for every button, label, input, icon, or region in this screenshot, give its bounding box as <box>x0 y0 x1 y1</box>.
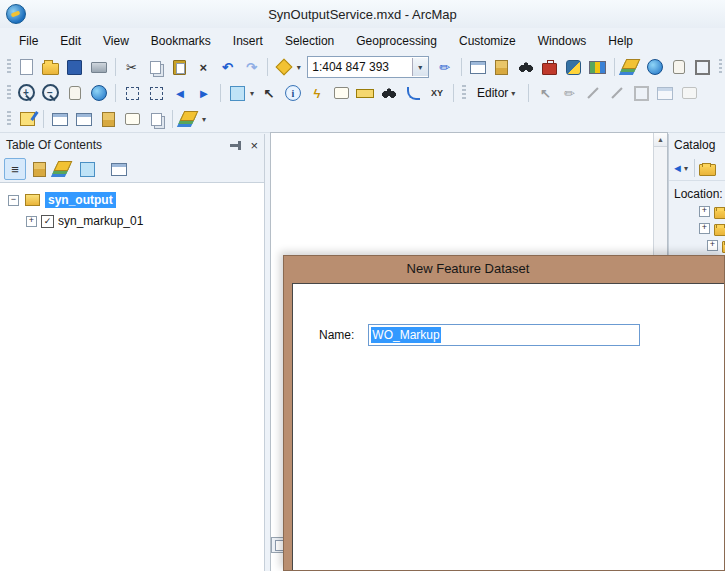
html-popup-icon[interactable] <box>330 82 352 104</box>
catalog-window-icon[interactable] <box>491 56 513 78</box>
name-input[interactable]: WO_Markup <box>368 324 640 346</box>
menu-file[interactable]: File <box>8 30 49 52</box>
catalog-tree-icon[interactable] <box>97 108 119 130</box>
select-elements-icon[interactable]: ↖ <box>258 82 280 104</box>
paste-icon[interactable] <box>168 56 190 78</box>
menu-selection[interactable]: Selection <box>274 30 345 52</box>
table-of-contents-window-icon[interactable] <box>467 56 489 78</box>
split-tool-icon[interactable] <box>582 82 604 104</box>
hand-tool-icon[interactable] <box>668 56 690 78</box>
modelbuilder-icon[interactable] <box>587 56 609 78</box>
menu-bookmarks[interactable]: Bookmarks <box>140 30 222 52</box>
measure-icon[interactable] <box>354 82 376 104</box>
scroll-up-icon[interactable]: ▲ <box>654 133 667 147</box>
redo-icon[interactable]: ↷ <box>240 56 262 78</box>
add-data-dropdown-icon[interactable]: ▾ <box>295 63 302 72</box>
editor-toolbar-toggle-icon[interactable]: ✏ <box>434 56 456 78</box>
pin-icon[interactable] <box>228 139 242 151</box>
attributes-icon[interactable] <box>654 82 676 104</box>
fixed-zoom-in-icon[interactable] <box>121 82 143 104</box>
dataframe-label[interactable]: syn_output <box>45 192 116 208</box>
catalog-tree-item[interactable]: + <box>669 237 725 254</box>
menu-geoprocessing[interactable]: Geoprocessing <box>345 30 448 52</box>
grid-tool-icon[interactable] <box>692 56 714 78</box>
identify-icon[interactable]: i <box>282 82 304 104</box>
create-features-icon[interactable] <box>630 82 652 104</box>
pan-icon[interactable] <box>64 82 86 104</box>
fixed-zoom-out-icon[interactable] <box>145 82 167 104</box>
list-by-source-icon[interactable] <box>30 161 48 177</box>
save-icon[interactable] <box>64 56 86 78</box>
copy-icon[interactable] <box>144 56 166 78</box>
title-bar[interactable]: SynOutputService.mxd - ArcMap <box>0 0 725 29</box>
catalog-tree-item[interactable]: + <box>669 203 725 220</box>
search-window-icon[interactable] <box>515 56 537 78</box>
editor-menu-button[interactable]: Editor ▾ <box>471 83 523 103</box>
list-by-selection-icon[interactable] <box>78 161 96 177</box>
menu-view[interactable]: View <box>92 30 140 52</box>
more-tools-icon[interactable] <box>178 108 200 130</box>
expand-toggle-icon[interactable]: + <box>699 206 710 217</box>
open-icon[interactable] <box>40 56 62 78</box>
separator <box>115 58 116 76</box>
find-route-icon[interactable] <box>402 82 424 104</box>
copy-features-icon[interactable] <box>145 108 167 130</box>
close-icon[interactable]: × <box>250 139 258 152</box>
undo-icon[interactable]: ↶ <box>216 56 238 78</box>
back-history-dropdown-icon[interactable]: ▾ <box>682 164 690 173</box>
cut-icon[interactable]: ✂ <box>120 56 142 78</box>
new-map-file-icon[interactable] <box>16 56 38 78</box>
sketch-tool-icon[interactable]: ✏ <box>558 82 580 104</box>
python-window-icon[interactable] <box>563 56 585 78</box>
table-view-icon[interactable] <box>73 108 95 130</box>
menu-help[interactable]: Help <box>597 30 644 52</box>
scale-combobox[interactable]: 1:404 847 393 ▾ <box>307 56 429 78</box>
dialog-title-bar[interactable]: New Feature Dataset <box>284 256 724 282</box>
menu-insert[interactable]: Insert <box>222 30 274 52</box>
toolbar-grip[interactable] <box>462 85 466 101</box>
up-one-level-icon[interactable] <box>699 160 717 176</box>
sketch-properties-icon[interactable] <box>678 82 700 104</box>
toolbar-overflow-icon[interactable]: ▾ <box>200 115 208 124</box>
hyperlink-icon[interactable]: ϟ <box>306 82 328 104</box>
layer-label[interactable]: syn_markup_01 <box>58 214 143 228</box>
layer-checkbox[interactable]: ✓ <box>41 215 54 228</box>
select-features-icon[interactable] <box>226 82 248 104</box>
toolbar-grip[interactable] <box>7 59 11 75</box>
toolbar-grip[interactable] <box>7 85 11 101</box>
layers-tool-icon[interactable] <box>620 56 642 78</box>
edit-features-icon[interactable] <box>16 108 38 130</box>
expand-toggle-icon[interactable]: + <box>699 223 710 234</box>
select-features-dropdown-icon[interactable]: ▾ <box>248 89 256 98</box>
go-to-xy-icon[interactable]: XY <box>426 82 448 104</box>
toolbar-grip[interactable] <box>719 59 723 75</box>
arctoolbox-icon[interactable] <box>539 56 561 78</box>
find-icon[interactable] <box>378 82 400 104</box>
zoom-in-icon[interactable]: + <box>16 82 38 104</box>
expand-toggle-icon[interactable]: + <box>26 216 37 227</box>
menu-edit[interactable]: Edit <box>49 30 92 52</box>
delete-icon[interactable]: × <box>192 56 214 78</box>
toolbar-grip[interactable] <box>7 111 11 127</box>
menu-customize[interactable]: Customize <box>448 30 527 52</box>
forward-extent-icon[interactable]: ► <box>193 82 215 104</box>
open-table-icon[interactable] <box>49 108 71 130</box>
report-icon[interactable] <box>121 108 143 130</box>
full-extent-icon[interactable] <box>88 82 110 104</box>
menu-windows[interactable]: Windows <box>527 30 598 52</box>
globe-tool-icon[interactable] <box>644 56 666 78</box>
expand-toggle-icon[interactable]: + <box>707 240 718 251</box>
collapse-toggle-icon[interactable]: − <box>8 195 19 206</box>
back-extent-icon[interactable]: ◄ <box>169 82 191 104</box>
name-label: Name: <box>319 328 354 342</box>
list-by-drawing-order-icon[interactable]: ≡ <box>4 158 26 180</box>
catalog-tree-item[interactable]: + <box>669 220 725 237</box>
rotate-tool-icon[interactable] <box>606 82 628 104</box>
toc-options-icon[interactable] <box>110 161 128 177</box>
list-by-visibility-icon[interactable] <box>54 161 72 177</box>
zoom-out-icon[interactable]: − <box>40 82 62 104</box>
edit-tool-icon[interactable]: ↖ <box>534 82 556 104</box>
print-icon[interactable] <box>88 56 110 78</box>
scale-dropdown-icon[interactable]: ▾ <box>412 58 428 76</box>
add-data-icon[interactable] <box>273 56 295 78</box>
